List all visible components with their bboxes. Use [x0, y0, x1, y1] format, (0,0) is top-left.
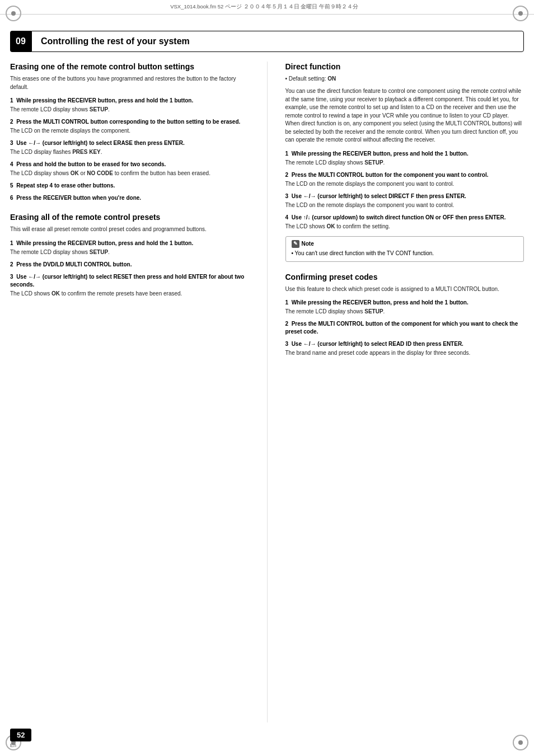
step-confirm-1: 1 While pressing the RECEIVER button, pr…: [285, 299, 524, 316]
step-erase-one-1-heading: 1 While pressing the RECEIVER button, pr…: [10, 97, 249, 105]
step-direct-1-body: The remote LCD display shows SETUP.: [285, 159, 524, 167]
step-erase-one-2-body: The LCD on the remote displays the compo…: [10, 127, 249, 135]
section-direct-function-intro: You can use the direct function feature …: [285, 87, 524, 144]
step-erase-one-5: 5 Repeat step 4 to erase other buttons.: [10, 182, 249, 190]
note-title: ✎ Note: [292, 240, 518, 248]
section-erase-all: Erasing all of the remote control preset…: [10, 212, 249, 298]
left-column: Erasing one of the remote control button…: [10, 62, 254, 722]
step-confirm-2: 2 Press the MULTI CONTROL button of the …: [285, 320, 524, 336]
step-direct-3-body: The LCD on the remote displays the compo…: [285, 201, 524, 209]
step-direct-4-heading: 4 Use ↑/↓ (cursor up/down) to switch dir…: [285, 214, 524, 222]
direct-function-default: • Default setting: ON: [285, 75, 524, 83]
step-erase-one-4: 4 Press and hold the button to be erased…: [10, 161, 249, 177]
step-direct-3: 3 Use ←/→ (cursor left/right) to select …: [285, 192, 524, 209]
step-direct-3-heading: 3 Use ←/→ (cursor left/right) to select …: [285, 192, 524, 200]
page-wrapper: VSX_1014.book.fm 52 ページ ２００４年５月１４日 金曜日 午…: [0, 0, 534, 756]
step-erase-all-3-heading: 3 Use ←/→ (cursor left/right) to select …: [10, 273, 249, 289]
note-body: • You can't use direct function with the…: [292, 250, 518, 258]
step-confirm-3-heading: 3 Use ←/→ (cursor left/right) to select …: [285, 340, 524, 348]
section-direct-function: Direct function • Default setting: ON Yo…: [285, 62, 524, 262]
header-bar: VSX_1014.book.fm 52 ページ ２００４年５月１４日 金曜日 午…: [0, 0, 534, 15]
step-erase-all-3: 3 Use ←/→ (cursor left/right) to select …: [10, 273, 249, 298]
step-erase-one-6-heading: 6 Press the RECEIVER button when you're …: [10, 194, 249, 202]
step-confirm-3: 3 Use ←/→ (cursor left/right) to select …: [285, 340, 524, 357]
step-erase-one-6: 6 Press the RECEIVER button when you're …: [10, 194, 249, 202]
step-erase-all-3-body: The LCD shows OK to confirm the remote p…: [10, 290, 249, 298]
step-direct-2-body: The LCD on the remote displays the compo…: [285, 180, 524, 188]
step-erase-all-1-heading: 1 While pressing the RECEIVER button, pr…: [10, 240, 249, 247]
section-confirming-preset: Confirming preset codes Use this feature…: [285, 272, 524, 358]
step-erase-all-2: 2 Press the DVD/LD MULTI CONTROL button.: [10, 261, 249, 269]
step-confirm-3-body: The brand name and preset code appears i…: [285, 349, 524, 357]
footer: 52 En: [10, 729, 524, 748]
step-erase-one-4-body: The LCD display shows OK or NO CODE to c…: [10, 170, 249, 177]
step-direct-4-body: The LCD shows OK to confirm the setting.: [285, 223, 524, 231]
step-erase-one-3: 3 Use ←/→ (cursor left/right) to select …: [10, 139, 249, 156]
corner-decoration-tr: [513, 6, 528, 21]
step-direct-2-heading: 2 Press the MULTI CONTROL button for the…: [285, 171, 524, 179]
step-erase-all-1-body: The remote LCD display shows SETUP.: [10, 248, 249, 256]
page-lang: En: [10, 743, 31, 748]
section-confirming-preset-intro: Use this feature to check which preset c…: [285, 285, 524, 294]
step-erase-one-3-body: The LCD display flashes PRES KEY.: [10, 148, 249, 156]
step-direct-4: 4 Use ↑/↓ (cursor up/down) to switch dir…: [285, 214, 524, 231]
note-icon: ✎: [292, 240, 299, 248]
step-erase-one-2-heading: 2 Press the MULTI CONTROL button corresp…: [10, 118, 249, 126]
section-erase-one-title: Erasing one of the remote control button…: [10, 62, 249, 72]
section-direct-function-title: Direct function: [285, 62, 524, 72]
step-erase-one-4-heading: 4 Press and hold the button to be erased…: [10, 161, 249, 168]
step-direct-2: 2 Press the MULTI CONTROL button for the…: [285, 171, 524, 188]
note-box: ✎ Note • You can't use direct function w…: [285, 236, 524, 262]
right-column: Direct function • Default setting: ON Yo…: [281, 62, 524, 722]
content-area: Erasing one of the remote control button…: [10, 62, 524, 722]
chapter-title: Controlling the rest of your system: [41, 36, 190, 46]
column-divider: [267, 62, 268, 722]
step-confirm-2-heading: 2 Press the MULTI CONTROL button of the …: [285, 320, 524, 336]
step-confirm-1-body: The remote LCD display shows SETUP.: [285, 308, 524, 316]
section-erase-one: Erasing one of the remote control button…: [10, 62, 249, 202]
chapter-number: 09: [10, 31, 31, 52]
corner-decoration-tl: [6, 6, 21, 21]
step-erase-all-1: 1 While pressing the RECEIVER button, pr…: [10, 240, 249, 256]
step-direct-1-heading: 1 While pressing the RECEIVER button, pr…: [285, 150, 524, 158]
step-erase-one-2: 2 Press the MULTI CONTROL button corresp…: [10, 118, 249, 135]
file-info: VSX_1014.book.fm 52 ページ ２００４年５月１４日 金曜日 午…: [6, 3, 523, 11]
section-erase-all-intro: This will erase all preset remote contro…: [10, 226, 249, 234]
step-erase-one-3-heading: 3 Use ←/→ (cursor left/right) to select …: [10, 139, 249, 147]
section-erase-all-title: Erasing all of the remote control preset…: [10, 212, 249, 222]
page-number-container: 52 En: [10, 729, 31, 748]
page-number: 52: [10, 729, 31, 741]
step-confirm-1-heading: 1 While pressing the RECEIVER button, pr…: [285, 299, 524, 307]
step-erase-one-1-body: The remote LCD display shows SETUP.: [10, 106, 249, 114]
step-erase-all-2-heading: 2 Press the DVD/LD MULTI CONTROL button.: [10, 261, 249, 269]
section-erase-one-intro: This erases one of the buttons you have …: [10, 75, 249, 91]
step-erase-one-5-heading: 5 Repeat step 4 to erase other buttons.: [10, 182, 249, 190]
step-direct-1: 1 While pressing the RECEIVER button, pr…: [285, 150, 524, 167]
section-confirming-preset-title: Confirming preset codes: [285, 272, 524, 282]
step-erase-one-1: 1 While pressing the RECEIVER button, pr…: [10, 97, 249, 114]
chapter-title-bar: Controlling the rest of your system: [31, 31, 524, 52]
